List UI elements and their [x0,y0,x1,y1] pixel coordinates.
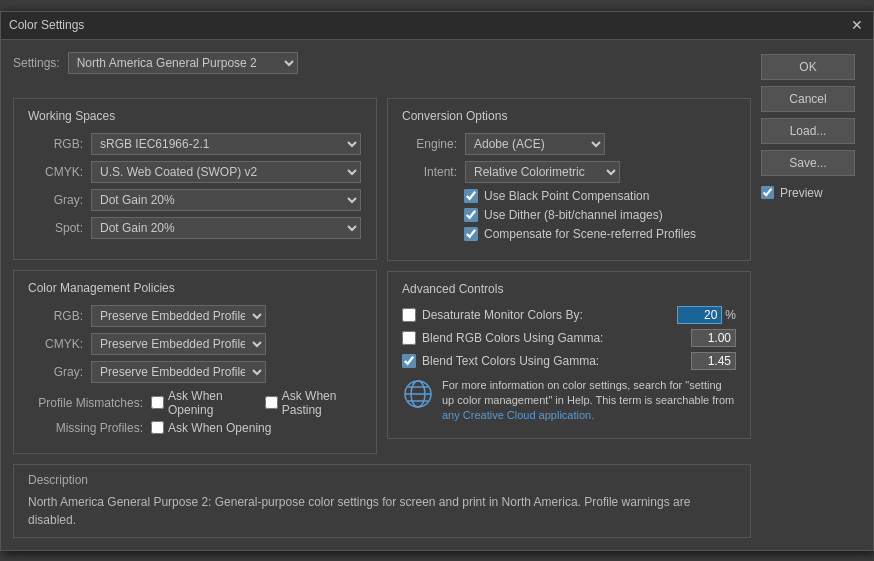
ask-opening-missing-check[interactable] [151,421,164,434]
globe-icon [402,378,434,410]
cmyk-policy-label: CMYK: [28,337,83,351]
title-bar: Color Settings ✕ [1,12,873,40]
rgb-policy-row: RGB: Preserve Embedded Profiles [28,305,362,327]
gray-policy-select[interactable]: Preserve Embedded Profiles [91,361,266,383]
info-text-link: any Creative Cloud application. [442,409,594,421]
blend-rgb-check[interactable] [402,331,416,345]
blend-rgb-label: Blend RGB Colors Using Gamma: [422,331,685,345]
color-management-section: Color Management Policies RGB: Preserve … [13,270,377,454]
ask-opening-mismatch-check[interactable] [151,396,164,409]
ask-opening-mismatch-label[interactable]: Ask When Opening [151,389,253,417]
spot-working-select[interactable]: Dot Gain 20% [91,217,361,239]
rgb-working-label: RGB: [28,137,83,151]
profile-mismatches-label: Profile Mismatches: [28,396,143,410]
dialog-title: Color Settings [9,18,84,32]
gray-policy-label: Gray: [28,365,83,379]
left-col: Working Spaces RGB: sRGB IEC61966-2.1 CM… [13,98,377,454]
rgb-policy-label: RGB: [28,309,83,323]
desaturate-label: Desaturate Monitor Colors By: [422,308,671,322]
ask-pasting-mismatch-check[interactable] [265,396,278,409]
close-button[interactable]: ✕ [849,17,865,33]
conversion-options-section: Conversion Options Engine: Adobe (ACE) I… [387,98,751,261]
two-col-layout: Working Spaces RGB: sRGB IEC61966-2.1 CM… [13,98,751,454]
blend-text-row: Blend Text Colors Using Gamma: [402,352,736,370]
rgb-policy-select[interactable]: Preserve Embedded Profiles [91,305,266,327]
gray-working-label: Gray: [28,193,83,207]
preview-check[interactable] [761,186,774,199]
missing-profiles-label: Missing Profiles: [28,421,143,435]
blend-rgb-input[interactable] [691,329,736,347]
settings-select[interactable]: North America General Purpose 2 [68,52,298,74]
description-title: Description [28,473,736,487]
ask-pasting-mismatch-text: Ask When Pasting [282,389,362,417]
info-text-white: For more information on color settings, … [442,379,734,406]
info-text: For more information on color settings, … [442,378,736,424]
main-content: Settings: North America General Purpose … [1,40,873,550]
use-dither-row: Use Dither (8-bit/channel images) [464,208,736,222]
ask-opening-missing-label[interactable]: Ask When Opening [151,421,271,435]
button-panel: OK Cancel Load... Save... Preview [761,52,861,538]
ask-pasting-mismatch-label[interactable]: Ask When Pasting [265,389,362,417]
settings-label: Settings: [13,56,60,70]
desaturate-input[interactable] [677,306,722,324]
black-point-label: Use Black Point Compensation [484,189,649,203]
blend-text-input[interactable] [691,352,736,370]
gray-policy-row: Gray: Preserve Embedded Profiles [28,361,362,383]
gray-working-row: Gray: Dot Gain 20% [28,189,362,211]
intent-select[interactable]: Relative Colorimetric [465,161,620,183]
cmyk-working-select[interactable]: U.S. Web Coated (SWOP) v2 [91,161,361,183]
ask-opening-missing-text: Ask When Opening [168,421,271,435]
compensate-scene-check[interactable] [464,227,478,241]
advanced-controls-section: Advanced Controls Desaturate Monitor Col… [387,271,751,439]
description-text: North America General Purpose 2: General… [28,493,736,529]
right-col: Conversion Options Engine: Adobe (ACE) I… [387,98,751,454]
percent-sign: % [725,308,736,322]
profile-mismatches-checks: Ask When Opening Ask When Pasting [151,389,362,417]
intent-row: Intent: Relative Colorimetric [402,161,736,183]
color-settings-dialog: Color Settings ✕ Settings: North America… [0,11,874,551]
spot-working-label: Spot: [28,221,83,235]
missing-profiles-row: Missing Profiles: Ask When Opening [28,421,362,435]
profile-mismatches-row: Profile Mismatches: Ask When Opening Ask… [28,389,362,417]
cmyk-working-row: CMYK: U.S. Web Coated (SWOP) v2 [28,161,362,183]
info-box: For more information on color settings, … [402,378,736,424]
gray-working-select[interactable]: Dot Gain 20% [91,189,361,211]
engine-row: Engine: Adobe (ACE) [402,133,736,155]
cmyk-policy-select[interactable]: Preserve Embedded Profiles [91,333,266,355]
rgb-working-row: RGB: sRGB IEC61966-2.1 [28,133,362,155]
settings-row: Settings: North America General Purpose … [13,52,751,74]
desaturate-check[interactable] [402,308,416,322]
intent-label: Intent: [402,165,457,179]
use-dither-label: Use Dither (8-bit/channel images) [484,208,663,222]
preview-label: Preview [780,186,823,200]
color-management-title: Color Management Policies [28,281,362,295]
working-spaces-title: Working Spaces [28,109,362,123]
conversion-options-title: Conversion Options [402,109,736,123]
load-button[interactable]: Load... [761,118,855,144]
cmyk-policy-row: CMYK: Preserve Embedded Profiles [28,333,362,355]
save-button[interactable]: Save... [761,150,855,176]
spot-working-row: Spot: Dot Gain 20% [28,217,362,239]
ok-button[interactable]: OK [761,54,855,80]
use-dither-check[interactable] [464,208,478,222]
black-point-row: Use Black Point Compensation [464,189,736,203]
advanced-controls-title: Advanced Controls [402,282,736,296]
cmyk-working-label: CMYK: [28,165,83,179]
preview-row: Preview [761,186,861,200]
black-point-check[interactable] [464,189,478,203]
engine-label: Engine: [402,137,457,151]
desaturate-row: Desaturate Monitor Colors By: % [402,306,736,324]
cancel-button[interactable]: Cancel [761,86,855,112]
working-spaces-section: Working Spaces RGB: sRGB IEC61966-2.1 CM… [13,98,377,260]
compensate-scene-row: Compensate for Scene-referred Profiles [464,227,736,241]
compensate-scene-label: Compensate for Scene-referred Profiles [484,227,696,241]
main-panel: Settings: North America General Purpose … [13,52,751,538]
rgb-working-select[interactable]: sRGB IEC61966-2.1 [91,133,361,155]
blend-rgb-row: Blend RGB Colors Using Gamma: [402,329,736,347]
blend-text-label: Blend Text Colors Using Gamma: [422,354,685,368]
missing-profiles-checks: Ask When Opening [151,421,271,435]
blend-text-check[interactable] [402,354,416,368]
description-section: Description North America General Purpos… [13,464,751,538]
engine-select[interactable]: Adobe (ACE) [465,133,605,155]
ask-opening-mismatch-text: Ask When Opening [168,389,253,417]
